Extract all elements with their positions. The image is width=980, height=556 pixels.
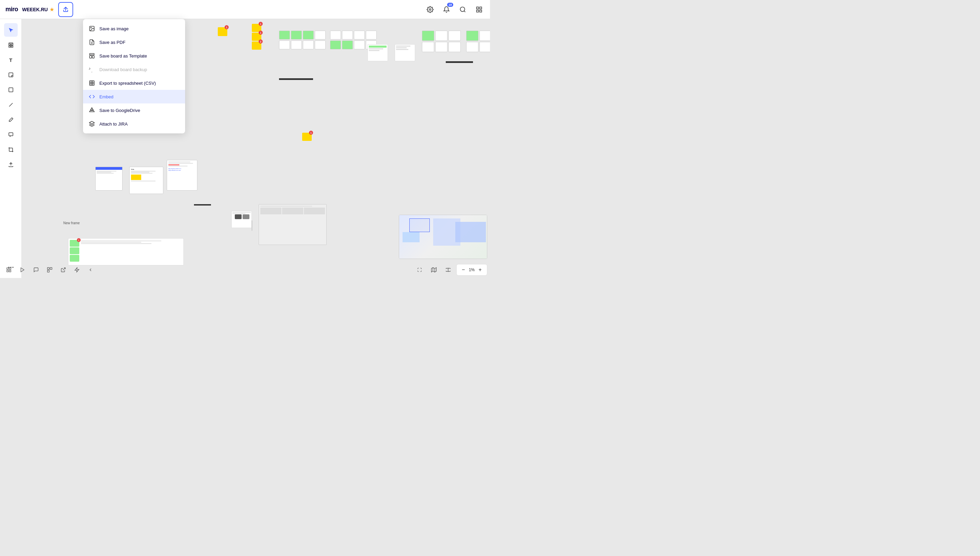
bottom-tool-present[interactable] — [16, 264, 29, 276]
doc-panel-3: http://www.jrmbme.ru https://bwmcms.com — [167, 160, 197, 191]
menu-item-embed[interactable]: Embed — [83, 90, 185, 103]
menu-item-download-backup: Download board backup — [83, 63, 185, 76]
diagram-2 — [258, 204, 327, 245]
tool-upload[interactable] — [4, 158, 18, 171]
download-backup-icon — [89, 66, 95, 73]
settings-icon-btn[interactable] — [425, 4, 436, 15]
svg-rect-39 — [47, 267, 49, 269]
bottom-tool-lightning[interactable] — [71, 264, 83, 276]
topbar-right: 18 — [425, 4, 484, 15]
board-name-text: WEEEK.RU — [22, 7, 48, 12]
svg-rect-1 — [477, 7, 479, 9]
zoom-controls: − 1% + — [456, 264, 487, 276]
doc-panel-1 — [95, 167, 123, 191]
svg-rect-5 — [9, 44, 11, 45]
bottom-tool-collapse[interactable] — [84, 264, 97, 276]
menu-item-export-csv[interactable]: Export to spreadsheet (CSV) — [83, 76, 185, 90]
card-grid-1 — [279, 31, 326, 49]
bottom-frame: 1 — [68, 238, 184, 265]
menu-item-save-template-label: Save board as Template — [99, 53, 147, 58]
menu-item-embed-label: Embed — [99, 94, 113, 99]
bottom-tool-export[interactable] — [57, 264, 69, 276]
diagram-1 — [231, 211, 252, 228]
svg-rect-12 — [9, 73, 13, 77]
tool-select[interactable] — [4, 23, 18, 37]
svg-rect-7 — [9, 46, 11, 47]
board-name-container: WEEEK.RU ★ — [22, 7, 54, 12]
tool-pen[interactable] — [4, 113, 18, 126]
left-sidebar: T — [0, 19, 22, 278]
svg-marker-43 — [75, 267, 79, 272]
card-grid-4 — [466, 31, 490, 52]
star-icon[interactable]: ★ — [50, 7, 54, 12]
tool-shapes[interactable] — [4, 83, 18, 97]
menu-item-save-pdf[interactable]: Save as PDF — [83, 36, 185, 49]
zoom-minus-button[interactable]: − — [459, 266, 468, 274]
save-image-icon — [89, 25, 95, 32]
search-icon-btn[interactable] — [457, 4, 468, 15]
bottom-tool-comments[interactable] — [30, 264, 42, 276]
card-grid-3 — [422, 31, 461, 52]
small-boxes — [235, 214, 249, 219]
menu-item-save-image-label: Save as image — [99, 26, 129, 31]
tool-line[interactable] — [4, 98, 18, 112]
export-csv-icon — [89, 80, 95, 86]
bottom-tool-multiselect[interactable] — [44, 264, 56, 276]
minimap[interactable] — [399, 215, 487, 259]
attach-jira-icon — [89, 120, 95, 127]
svg-rect-16 — [9, 148, 13, 152]
svg-rect-15 — [9, 133, 13, 136]
fit-width-icon[interactable] — [442, 264, 454, 276]
notifications-icon-btn[interactable]: 18 — [441, 4, 452, 15]
zoom-fullscreen-icon[interactable] — [413, 264, 426, 276]
svg-rect-4 — [480, 10, 482, 12]
svg-line-42 — [63, 268, 65, 270]
card-1 — [368, 44, 388, 61]
frame-label: New frame — [63, 221, 80, 225]
topbar: miro WEEEK.RU ★ 18 — [0, 0, 490, 19]
share-button[interactable] — [58, 2, 73, 17]
svg-rect-27 — [89, 55, 92, 58]
sticky-group-3: 1 1 2 — [252, 24, 262, 50]
svg-line-14 — [9, 103, 13, 107]
menu-item-export-csv-label: Export to spreadsheet (CSV) — [99, 81, 156, 86]
svg-rect-26 — [89, 53, 94, 55]
svg-marker-44 — [431, 267, 436, 272]
svg-rect-13 — [9, 88, 13, 92]
svg-rect-41 — [47, 270, 49, 272]
tool-crop[interactable] — [4, 143, 18, 157]
svg-rect-34 — [7, 268, 8, 270]
save-gdrive-icon — [89, 107, 95, 114]
svg-rect-40 — [50, 267, 52, 269]
dropdown-menu: Save as image Save as PDF Save board as … — [83, 19, 185, 133]
menu-item-save-template[interactable]: Save board as Template — [83, 49, 185, 63]
svg-rect-35 — [9, 268, 11, 270]
save-pdf-icon — [89, 39, 95, 45]
svg-rect-3 — [477, 10, 479, 12]
miro-logo: miro — [5, 6, 18, 13]
svg-marker-38 — [21, 268, 24, 272]
card-2 — [395, 44, 415, 61]
svg-point-0 — [460, 7, 465, 11]
grid-menu-icon-btn[interactable] — [474, 4, 484, 15]
zoom-level-display: 1% — [469, 267, 475, 272]
tool-frames[interactable] — [4, 38, 18, 52]
bottom-toolbar: − 1% + — [0, 262, 490, 278]
sticky-group-2: 1 — [218, 27, 227, 36]
menu-item-save-gdrive[interactable]: Save to GoogleDrive — [83, 103, 185, 117]
map-icon[interactable] — [428, 264, 440, 276]
svg-rect-2 — [480, 7, 482, 9]
tool-text[interactable]: T — [4, 53, 18, 67]
save-template-icon — [89, 52, 95, 59]
svg-point-25 — [90, 27, 91, 28]
tool-chat[interactable] — [4, 128, 18, 142]
menu-item-attach-jira[interactable]: Attach to JIRA — [83, 117, 185, 131]
zoom-plus-button[interactable]: + — [476, 266, 484, 274]
bottom-tool-frames[interactable] — [3, 264, 15, 276]
tool-sticky[interactable] — [4, 68, 18, 82]
menu-item-save-image[interactable]: Save as image — [83, 22, 185, 36]
svg-rect-6 — [11, 44, 13, 45]
black-bar-2 — [446, 61, 473, 63]
svg-rect-28 — [92, 55, 94, 58]
svg-rect-8 — [11, 46, 13, 47]
